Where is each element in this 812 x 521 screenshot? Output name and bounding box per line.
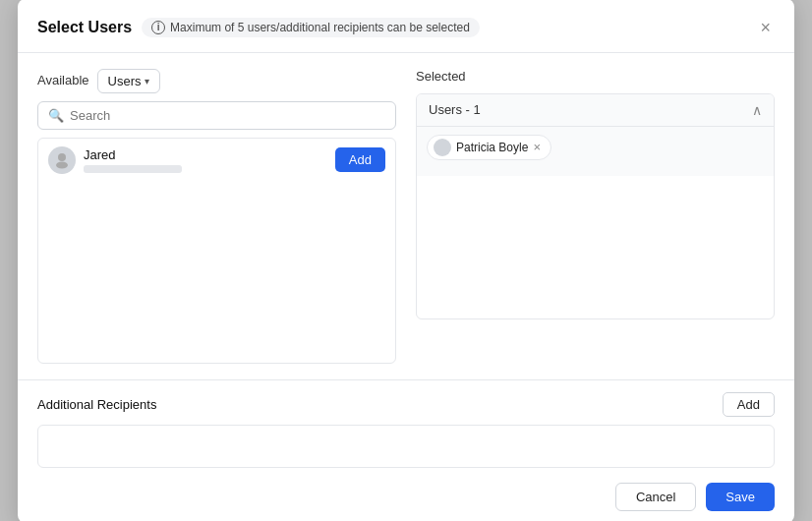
search-box: 🔍 (37, 101, 396, 130)
dropdown-label: Users (108, 74, 142, 88)
cancel-button[interactable]: Cancel (615, 483, 696, 511)
save-button[interactable]: Save (706, 483, 775, 511)
additional-recipients-row: Additional Recipients Add (37, 392, 775, 417)
info-icon: i (151, 21, 165, 34)
modal-header: Select Users i Maximum of 5 users/additi… (18, 0, 794, 53)
svg-point-0 (58, 153, 66, 161)
recipients-textarea[interactable] (37, 425, 775, 468)
user-info: Jared (84, 147, 327, 173)
list-item: Jared Add (38, 139, 395, 182)
user-list: Jared Add (37, 138, 396, 364)
select-users-modal: Select Users i Maximum of 5 users/additi… (18, 0, 794, 521)
selected-group-header: Users - 1 ∧ (417, 94, 774, 127)
users-dropdown[interactable]: Users ▾ (97, 69, 161, 93)
user-name: Jared (84, 147, 327, 162)
modal-overlay: Select Users i Maximum of 5 users/additi… (0, 0, 812, 521)
user-email-blur (84, 165, 182, 173)
footer-actions: Cancel Save (37, 483, 775, 511)
search-input[interactable] (70, 108, 385, 123)
selected-group: Users - 1 ∧ Patricia Boyle × (416, 93, 775, 319)
chip-avatar (434, 139, 451, 156)
modal-footer: Additional Recipients Add Cancel Save (18, 379, 794, 522)
info-badge: i Maximum of 5 users/additional recipien… (142, 18, 480, 37)
svg-point-1 (56, 161, 68, 168)
selected-chip: Patricia Boyle × (427, 135, 551, 160)
selected-label: Selected (416, 69, 775, 84)
modal-body: Available Users ▾ 🔍 (18, 53, 794, 379)
search-icon: 🔍 (48, 108, 64, 123)
info-text: Maximum of 5 users/additional recipients… (170, 21, 470, 34)
selected-panel: Selected Users - 1 ∧ Patricia Boyle × (416, 69, 775, 364)
panel-controls: Available Users ▾ (37, 69, 396, 93)
collapse-icon[interactable]: ∧ (752, 102, 762, 118)
group-label: Users - 1 (429, 102, 481, 117)
available-label: Available (37, 73, 89, 87)
chevron-down-icon: ▾ (145, 76, 149, 87)
close-button[interactable]: × (756, 17, 775, 38)
avatar (48, 146, 76, 174)
modal-title: Select Users (37, 19, 132, 36)
add-user-button[interactable]: Add (335, 147, 385, 172)
chip-area: Patricia Boyle × (417, 127, 774, 176)
available-panel: Available Users ▾ 🔍 (37, 69, 396, 364)
add-recipients-button[interactable]: Add (723, 392, 775, 417)
chip-close-icon[interactable]: × (533, 141, 541, 153)
additional-recipients-label: Additional Recipients (37, 397, 156, 412)
chip-name: Patricia Boyle (456, 141, 528, 154)
